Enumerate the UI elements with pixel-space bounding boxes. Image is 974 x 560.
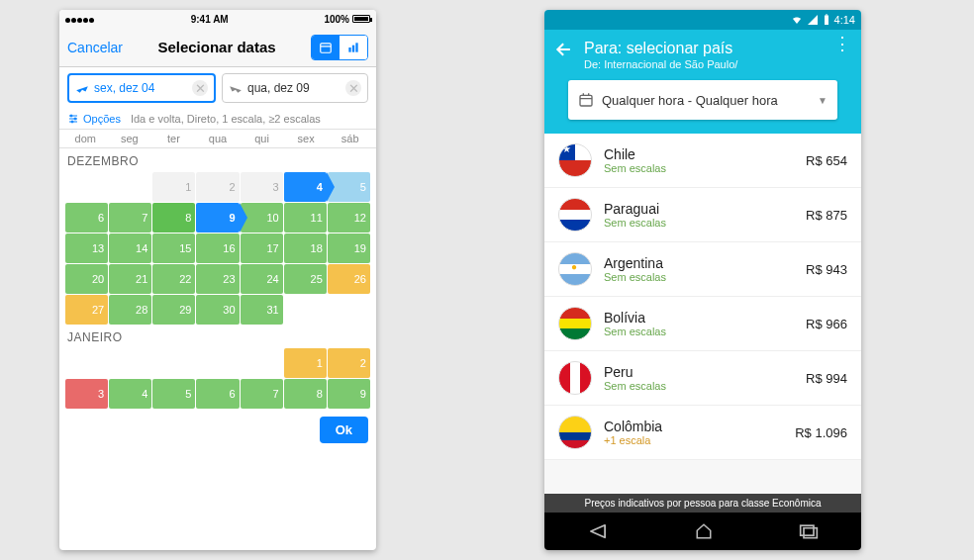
calendar-day[interactable]: 30 — [196, 295, 239, 325]
price-label: R$ 994 — [806, 371, 847, 386]
country-row[interactable]: Colômbia+1 escalaR$ 1.096 — [544, 406, 861, 460]
calendar-day[interactable]: 18 — [284, 233, 327, 263]
country-name: Chile — [604, 146, 794, 162]
dropdown-icon: ▼ — [818, 95, 828, 106]
svg-rect-12 — [826, 15, 828, 16]
svg-point-10 — [71, 121, 73, 123]
svg-rect-11 — [825, 16, 828, 26]
calendar-day[interactable]: 8 — [152, 203, 195, 233]
calendar-day[interactable]: 13 — [65, 233, 108, 263]
calendar-day[interactable]: 9 — [328, 379, 370, 409]
calendar-day[interactable]: 2 — [328, 348, 370, 378]
calendar-day[interactable]: 7 — [241, 379, 283, 409]
clear-depart-icon[interactable]: ✕ — [192, 80, 208, 96]
country-row[interactable]: PeruSem escalasR$ 994 — [544, 351, 861, 406]
weekday-label: qui — [240, 133, 284, 144]
cancel-button[interactable]: Cancelar — [67, 40, 123, 55]
calendar-cell-empty — [65, 348, 108, 378]
chart-view-toggle[interactable] — [340, 36, 367, 59]
country-list[interactable]: ChileSem escalasR$ 654ParaguaiSem escala… — [544, 134, 861, 494]
country-info: ChileSem escalas — [604, 146, 794, 174]
calendar-day[interactable]: 4 — [284, 172, 327, 202]
price-label: R$ 966 — [806, 317, 847, 331]
calendar-day[interactable]: 24 — [241, 264, 283, 294]
overflow-menu-button[interactable]: ⋮ — [833, 42, 851, 46]
calendar-day[interactable]: 20 — [65, 264, 108, 294]
calendar-view-toggle[interactable] — [312, 36, 340, 59]
country-row[interactable]: ParaguaiSem escalasR$ 875 — [544, 188, 861, 242]
month-label-jan: Janeiro — [65, 325, 370, 348]
calendar-day[interactable]: 1 — [152, 172, 195, 202]
stops-label: Sem escalas — [604, 326, 794, 337]
signal-icon — [807, 14, 819, 26]
page-title: Selecionar datas — [157, 39, 275, 55]
country-row[interactable]: BolíviaSem escalasR$ 966 — [544, 297, 861, 351]
calendar-day[interactable]: 3 — [241, 172, 283, 202]
return-date-field[interactable]: qua, dez 09 ✕ — [222, 73, 368, 103]
calendar-day[interactable]: 12 — [328, 203, 370, 233]
calendar-day[interactable]: 26 — [328, 264, 370, 294]
country-name: Peru — [604, 364, 794, 380]
calendar-day[interactable]: 6 — [196, 379, 239, 409]
calendar-icon — [319, 41, 333, 54]
calendar-day[interactable]: 9 — [196, 203, 239, 233]
calendar-scroll[interactable]: Dezembro 1234567891011121314151617181920… — [59, 148, 376, 409]
calendar-day[interactable]: 11 — [284, 203, 327, 233]
month-label-dec: Dezembro — [65, 148, 370, 172]
depart-date-value: sex, dez 04 — [94, 81, 154, 95]
calendar-day[interactable]: 14 — [109, 233, 151, 263]
calendar-cell-empty — [65, 172, 108, 202]
flag-icon — [558, 198, 592, 232]
calendar-day[interactable]: 15 — [152, 233, 195, 263]
calendar-cell-empty — [328, 295, 370, 325]
calendar-day[interactable]: 27 — [65, 295, 108, 325]
calendar-day[interactable]: 28 — [109, 295, 151, 325]
back-button[interactable] — [554, 40, 574, 59]
ios-phone: 9:41 AM 100% Cancelar Selecionar datas s… — [59, 10, 376, 550]
country-info: ParaguaiSem escalas — [604, 201, 794, 229]
calendar-day[interactable]: 25 — [284, 264, 327, 294]
calendar-day[interactable]: 17 — [241, 233, 283, 263]
country-info: PeruSem escalas — [604, 364, 794, 392]
calendar-day[interactable]: 23 — [196, 264, 239, 294]
signal-dots-icon — [65, 14, 95, 25]
calendar-day[interactable]: 7 — [109, 203, 151, 233]
nav-recent-button[interactable] — [799, 523, 819, 539]
svg-rect-18 — [804, 528, 817, 538]
android-status-bar: 4:14 — [544, 10, 861, 30]
depart-date-field[interactable]: sex, dez 04 ✕ — [67, 73, 216, 103]
nav-back-button[interactable] — [587, 523, 609, 539]
plane-return-icon — [229, 81, 243, 95]
ok-button[interactable]: Ok — [320, 417, 368, 443]
wifi-icon — [791, 14, 803, 26]
calendar-day[interactable]: 19 — [328, 233, 370, 263]
calendar-day[interactable]: 5 — [152, 379, 195, 409]
battery-icon — [352, 15, 370, 23]
stops-label: Sem escalas — [604, 162, 794, 174]
calendar-day[interactable]: 1 — [284, 348, 327, 378]
calendar-day[interactable]: 21 — [109, 264, 151, 294]
calendar-day[interactable]: 8 — [284, 379, 327, 409]
calendar-day[interactable]: 16 — [196, 233, 239, 263]
footer-note: Preços indicativos por pessoa para class… — [544, 494, 861, 513]
nav-home-button[interactable] — [695, 522, 713, 540]
options-button[interactable]: Opções — [67, 113, 121, 125]
price-label: R$ 875 — [806, 208, 847, 223]
calendar-cell-empty — [196, 348, 239, 378]
calendar-day[interactable]: 22 — [152, 264, 195, 294]
svg-rect-17 — [800, 525, 813, 535]
calendar-day[interactable]: 2 — [196, 172, 239, 202]
clear-return-icon[interactable]: ✕ — [345, 80, 361, 96]
country-row[interactable]: ChileSem escalasR$ 654 — [544, 134, 861, 188]
ios-header: Cancelar Selecionar datas — [59, 28, 376, 67]
time-selector[interactable]: Qualquer hora - Qualquer hora ▼ — [568, 80, 837, 120]
nav-recent-icon — [799, 523, 819, 539]
calendar-day[interactable]: 6 — [65, 203, 108, 233]
calendar-day[interactable]: 31 — [241, 295, 283, 325]
calendar-day[interactable]: 29 — [152, 295, 195, 325]
status-time: 9:41 AM — [191, 14, 229, 25]
calendar-day[interactable]: 3 — [65, 379, 108, 409]
calendar-day[interactable]: 4 — [109, 379, 151, 409]
country-row[interactable]: ArgentinaSem escalasR$ 943 — [544, 242, 861, 297]
page-title: Para: selecionar país — [556, 40, 849, 57]
